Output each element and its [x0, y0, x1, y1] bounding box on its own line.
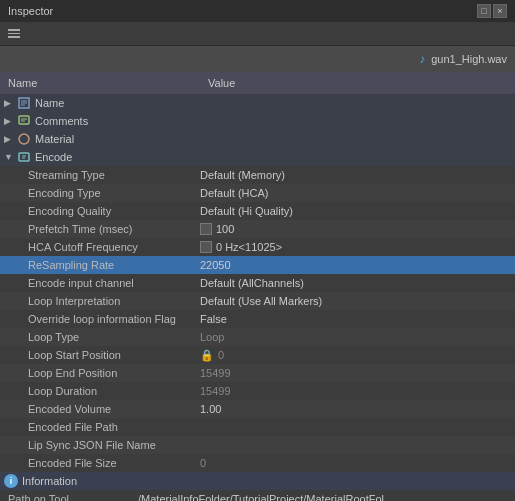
- encoded-file-size-row: Encoded File Size 0: [0, 454, 515, 472]
- loop-duration-row: Loop Duration 15499: [0, 382, 515, 400]
- loop-duration-name: Loop Duration: [28, 385, 200, 397]
- encoding-quality-name: Encoding Quality: [28, 205, 200, 217]
- comments-label: Comments: [35, 115, 88, 127]
- loop-interp-name: Loop Interpretation: [28, 295, 200, 307]
- path-on-tool-row: Path on Tool /MaterialInfoFolder/Tutoria…: [0, 490, 515, 501]
- column-headers: Name Value: [0, 72, 515, 94]
- material-label: Material: [35, 133, 74, 145]
- encoded-volume-name: Encoded Volume: [28, 403, 200, 415]
- audio-file-icon: ♪: [419, 52, 425, 66]
- encoded-file-path-row: Encoded File Path: [0, 418, 515, 436]
- encoding-type-value: Default (HCA): [200, 187, 268, 199]
- encoded-volume-row: Encoded Volume 1.00: [0, 400, 515, 418]
- file-name: gun1_High.wav: [431, 53, 507, 65]
- override-loop-name: Override loop information Flag: [28, 313, 200, 325]
- encoding-type-name: Encoding Type: [28, 187, 200, 199]
- path-on-tool-value: /MaterialInfoFolder/TutorialProject/Mate…: [138, 493, 393, 501]
- material-section[interactable]: ▶ Material: [0, 130, 515, 148]
- hca-cutoff-value: 0 Hz<11025>: [200, 241, 282, 253]
- encode-triangle: ▼: [4, 152, 14, 162]
- svg-point-7: [19, 134, 29, 144]
- material-triangle: ▶: [4, 134, 14, 144]
- toolbar: [0, 22, 515, 46]
- window-title: Inspector: [8, 5, 53, 17]
- name-column-header: Name: [8, 77, 208, 89]
- hamburger-icon: [8, 29, 20, 38]
- prefetch-time-row: Prefetch Time (msec) 100: [0, 220, 515, 238]
- loop-end-name: Loop End Position: [28, 367, 200, 379]
- prefetch-time-value: 100: [200, 223, 234, 235]
- svg-rect-8: [19, 153, 29, 161]
- information-label: Information: [22, 475, 77, 487]
- encoded-file-size-name: Encoded File Size: [28, 457, 200, 469]
- material-icon: [17, 132, 31, 146]
- information-section[interactable]: i Information: [0, 472, 515, 490]
- override-loop-row: Override loop information Flag False: [0, 310, 515, 328]
- encoding-type-row: Encoding Type Default (HCA): [0, 184, 515, 202]
- prefetch-time-name: Prefetch Time (msec): [28, 223, 200, 235]
- loop-start-name: Loop Start Position: [28, 349, 200, 361]
- close-button[interactable]: ×: [493, 4, 507, 18]
- value-column-header: Value: [208, 77, 235, 89]
- encoded-file-path-name: Encoded File Path: [28, 421, 200, 433]
- inspector-window: Inspector □ × ♪ gun1_High.wav Name Value…: [0, 0, 515, 501]
- resampling-rate-value: 22050: [200, 259, 231, 271]
- encoded-volume-value: 1.00: [200, 403, 221, 415]
- maximize-button[interactable]: □: [477, 4, 491, 18]
- inspector-body[interactable]: ▶ Name ▶ Comments ▶ Material ▼: [0, 94, 515, 501]
- hca-checkbox[interactable]: [200, 241, 212, 253]
- encode-icon: [17, 150, 31, 164]
- encode-section[interactable]: ▼ Encode: [0, 148, 515, 166]
- loop-duration-value: 15499: [200, 385, 231, 397]
- encoding-quality-value: Default (Hi Quality): [200, 205, 293, 217]
- loop-type-row: Loop Type Loop: [0, 328, 515, 346]
- title-bar-left: Inspector: [8, 5, 53, 17]
- comments-section[interactable]: ▶ Comments: [0, 112, 515, 130]
- encoded-file-size-value: 0: [200, 457, 206, 469]
- information-icon: i: [4, 474, 18, 488]
- svg-rect-4: [19, 116, 29, 124]
- encode-label: Encode: [35, 151, 72, 163]
- loop-interp-value: Default (Use All Markers): [200, 295, 322, 307]
- resampling-rate-row[interactable]: ReSampling Rate 22050: [0, 256, 515, 274]
- comments-triangle: ▶: [4, 116, 14, 126]
- file-info-bar: ♪ gun1_High.wav: [0, 46, 515, 72]
- encode-input-value: Default (AllChannels): [200, 277, 304, 289]
- name-section[interactable]: ▶ Name: [0, 94, 515, 112]
- name-icon: [17, 96, 31, 110]
- loop-start-value: 🔒 0: [200, 349, 224, 362]
- encoding-quality-row: Encoding Quality Default (Hi Quality): [0, 202, 515, 220]
- path-on-tool-name: Path on Tool: [8, 493, 138, 501]
- streaming-type-value: Default (Memory): [200, 169, 285, 181]
- lip-sync-row: Lip Sync JSON File Name: [0, 436, 515, 454]
- title-bar-right: □ ×: [477, 4, 507, 18]
- lock-icon: 🔒: [200, 349, 214, 362]
- hca-cutoff-row: HCA Cutoff Frequency 0 Hz<11025>: [0, 238, 515, 256]
- hca-cutoff-name: HCA Cutoff Frequency: [28, 241, 200, 253]
- loop-type-name: Loop Type: [28, 331, 200, 343]
- lip-sync-name: Lip Sync JSON File Name: [28, 439, 200, 451]
- loop-interp-row: Loop Interpretation Default (Use All Mar…: [0, 292, 515, 310]
- resampling-rate-name: ReSampling Rate: [28, 259, 200, 271]
- name-label: Name: [35, 97, 64, 109]
- comments-icon: [17, 114, 31, 128]
- encode-input-name: Encode input channel: [28, 277, 200, 289]
- title-bar: Inspector □ ×: [0, 0, 515, 22]
- encode-input-row: Encode input channel Default (AllChannel…: [0, 274, 515, 292]
- streaming-type-name: Streaming Type: [28, 169, 200, 181]
- loop-type-value: Loop: [200, 331, 224, 343]
- loop-end-row: Loop End Position 15499: [0, 364, 515, 382]
- name-triangle: ▶: [4, 98, 14, 108]
- prefetch-checkbox[interactable]: [200, 223, 212, 235]
- override-loop-value: False: [200, 313, 227, 325]
- menu-icon[interactable]: [6, 26, 22, 42]
- streaming-type-row: Streaming Type Default (Memory): [0, 166, 515, 184]
- loop-start-row: Loop Start Position 🔒 0: [0, 346, 515, 364]
- loop-end-value: 15499: [200, 367, 231, 379]
